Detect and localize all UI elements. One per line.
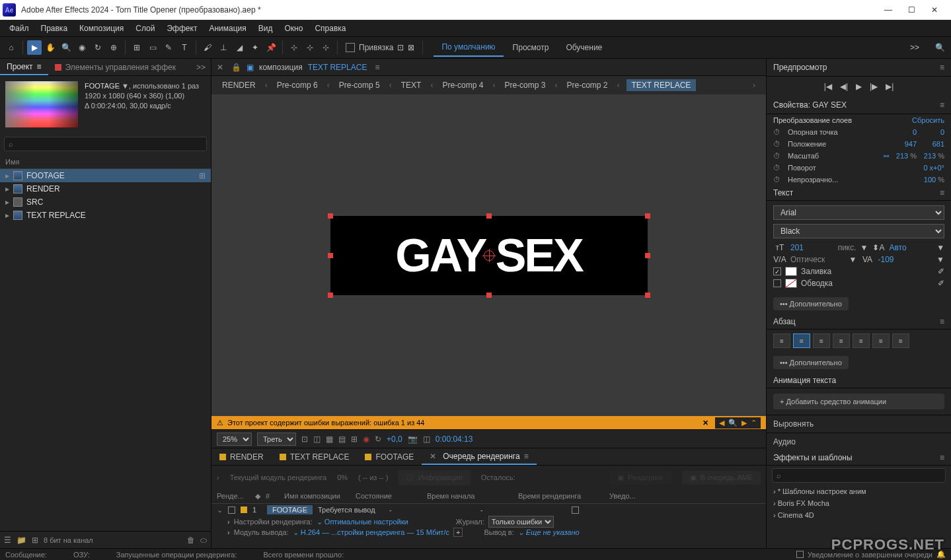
tree-item[interactable]: ▸ SRC xyxy=(0,195,211,209)
dropdown-icon[interactable]: ▼ xyxy=(936,255,944,264)
link-icon[interactable]: ⚯ xyxy=(884,153,889,160)
tree-item[interactable]: ▸ RENDER xyxy=(0,182,211,195)
grid-icon[interactable]: ▤ xyxy=(338,435,346,444)
menu-edit[interactable]: Правка xyxy=(36,21,73,36)
render-item-comp[interactable]: FOOTAGE xyxy=(267,505,313,514)
render-button[interactable]: ▣Рендеринг xyxy=(609,471,671,485)
snapping-toggle[interactable]: Привязка ⊡ ⊠ xyxy=(342,43,418,52)
selection-handle[interactable] xyxy=(645,213,650,219)
roi-icon[interactable]: ▦ xyxy=(326,435,333,444)
panel-menu-icon[interactable]: ≡ xyxy=(37,62,42,71)
scale-x[interactable]: 213 % xyxy=(894,152,917,160)
breadcrumb-item[interactable]: RENDER xyxy=(219,79,258,91)
eyedropper-icon[interactable]: ✐ xyxy=(938,279,944,288)
error-expand-icon[interactable]: ⌃ xyxy=(749,419,758,427)
trash-icon[interactable]: 🗑 xyxy=(187,536,195,545)
header-start[interactable]: Время начала xyxy=(427,491,513,502)
header-render[interactable]: Ренде... xyxy=(217,491,250,502)
zoom-select[interactable]: 25% xyxy=(217,433,252,446)
type-tool-icon[interactable]: T xyxy=(177,40,192,55)
expand-icon[interactable]: ⌄ xyxy=(217,506,223,514)
header-comp[interactable]: Имя композиции xyxy=(284,491,350,502)
tab-effect-controls[interactable]: Элементы управления эффек xyxy=(48,59,182,75)
render-checkbox[interactable] xyxy=(228,507,235,514)
workspace-review[interactable]: Просмотр xyxy=(505,39,557,56)
dropdown-icon[interactable]: ▼ xyxy=(936,243,944,252)
panel-menu-icon[interactable]: ≡ xyxy=(940,453,944,462)
breadcrumb-item[interactable]: Pre-comp 4 xyxy=(439,79,486,91)
fill-checkbox[interactable] xyxy=(773,267,781,275)
collapse-icon[interactable]: ▸ xyxy=(5,171,9,180)
error-prev-icon[interactable]: ◀ xyxy=(718,419,726,427)
breadcrumb-item-active[interactable]: TEXT REPLACE xyxy=(627,79,697,91)
last-frame-icon[interactable]: ▶| xyxy=(886,82,894,91)
breadcrumb-next-icon[interactable]: › xyxy=(750,79,758,91)
panel-menu-icon[interactable]: ≡ xyxy=(940,63,944,72)
kerning-value[interactable]: Оптическ xyxy=(790,255,845,264)
stroke-color-swatch[interactable] xyxy=(785,279,797,288)
breadcrumb-item[interactable]: Pre-comp 2 xyxy=(564,79,610,91)
effects-category[interactable]: › Cinema 4D xyxy=(767,509,951,521)
rotation-value[interactable]: 0 x+0° xyxy=(898,164,944,172)
comp-canvas[interactable]: GAY SEX xyxy=(330,216,648,295)
render-item-row[interactable]: ⌄ 1 FOOTAGE Требуется вывод - - xyxy=(211,504,766,516)
effects-category[interactable]: › Boris FX Mocha xyxy=(767,497,951,509)
menu-layer[interactable]: Слой xyxy=(130,21,160,36)
camera-tool-icon[interactable]: ⊕ xyxy=(106,40,121,55)
new-comp-icon[interactable]: ⊞ xyxy=(32,536,38,545)
anchor-x[interactable]: 0 xyxy=(894,128,917,136)
paragraph-more-button[interactable]: ••• Дополнительно xyxy=(773,356,849,369)
tab-project[interactable]: Проект ≡ xyxy=(0,59,48,75)
home-icon[interactable]: ⌂ xyxy=(4,40,19,55)
panel-menu-icon[interactable]: ≡ xyxy=(940,100,944,110)
menu-window[interactable]: Окно xyxy=(279,21,308,36)
axis-world-icon[interactable]: ⊹ xyxy=(303,40,317,55)
effects-category[interactable]: › * Шаблоны настроек аним xyxy=(767,485,951,497)
workspace-default[interactable]: По умолчанию xyxy=(434,38,503,57)
transparency-icon[interactable]: ⊡ xyxy=(301,435,308,444)
panel-menu-icon[interactable]: ≡ xyxy=(524,452,529,461)
menu-animation[interactable]: Анимация xyxy=(204,21,251,36)
selection-handle[interactable] xyxy=(645,293,650,298)
opacity-value[interactable]: 100 % xyxy=(922,176,944,184)
first-frame-icon[interactable]: |◀ xyxy=(824,82,832,91)
stroke-checkbox[interactable] xyxy=(773,279,781,287)
expand-icon[interactable]: › xyxy=(227,518,230,526)
add-animator-button[interactable]: + Добавить средство анимации xyxy=(773,394,944,409)
stopwatch-icon[interactable]: ⏱ xyxy=(773,128,782,136)
bits-toggle[interactable]: 8 бит на канал xyxy=(44,536,93,544)
pen-tool-icon[interactable]: ✎ xyxy=(161,40,176,55)
align-left-icon[interactable]: ≡ xyxy=(773,333,790,348)
lock-icon[interactable]: 🔒 xyxy=(231,63,241,72)
menu-file[interactable]: Файл xyxy=(4,21,34,36)
axis-local-icon[interactable]: ⊹ xyxy=(287,40,301,55)
mask-icon[interactable]: ◫ xyxy=(313,435,321,444)
eraser-tool-icon[interactable]: ◢ xyxy=(232,40,247,55)
prev-frame-icon[interactable]: ◀| xyxy=(840,82,848,91)
selection-handle[interactable] xyxy=(486,293,492,298)
breadcrumb-item[interactable]: Pre-comp 5 xyxy=(336,79,383,91)
panel-menu-icon[interactable]: ≡ xyxy=(372,63,382,72)
folder-icon[interactable]: 📁 xyxy=(17,536,26,545)
eyedropper-icon[interactable]: ✐ xyxy=(938,267,944,276)
interpret-icon[interactable]: ☰ xyxy=(4,536,11,545)
tree-header-name[interactable]: Имя xyxy=(0,155,211,169)
flowchart-icon[interactable]: ⊞ xyxy=(199,171,206,180)
guides-icon[interactable]: ⊞ xyxy=(351,435,358,444)
minimize-button[interactable]: — xyxy=(884,5,892,15)
collapse-icon[interactable]: ▸ xyxy=(5,197,9,207)
font-size-value[interactable]: 201 xyxy=(790,243,834,252)
align-panel-title[interactable]: Выровнять xyxy=(767,415,951,433)
text-more-button[interactable]: ••• Дополнительно xyxy=(773,297,849,310)
timecode[interactable]: 0:00:04:13 xyxy=(436,435,473,444)
justify-left-icon[interactable]: ≡ xyxy=(833,333,850,348)
play-icon[interactable]: ▶ xyxy=(856,82,862,91)
header-label-icon[interactable]: ◆ xyxy=(255,491,260,502)
render-queue-tab[interactable]: ✕Очередь рендеринга≡ xyxy=(422,448,536,465)
selection-handle[interactable] xyxy=(645,253,650,258)
tree-item[interactable]: ▸ FOOTAGE ⊞ xyxy=(0,169,211,182)
selection-handle[interactable] xyxy=(486,213,492,219)
info-button[interactable]: ⓘИнформация xyxy=(399,470,470,485)
ame-button[interactable]: ▣В очередь AME xyxy=(682,471,761,485)
menu-composition[interactable]: Композиция xyxy=(74,21,129,36)
